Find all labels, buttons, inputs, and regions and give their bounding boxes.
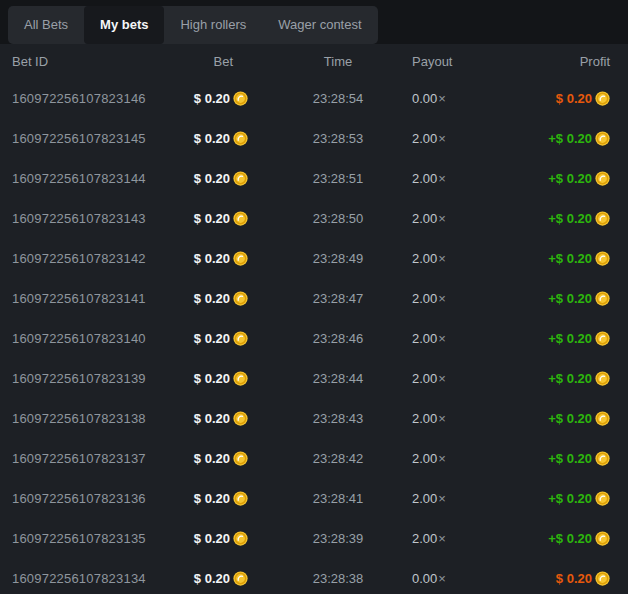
bet-time: 23:28:54 (248, 91, 398, 106)
gold-coin-icon (595, 251, 610, 266)
bets-tabbar: All Bets My bets High rollers Wager cont… (8, 6, 378, 44)
bet-payout: 2.00× (398, 371, 510, 386)
bet-profit: +$ 0.20 (510, 291, 610, 306)
bet-row[interactable]: 160972256107823136 $ 0.20 23:28:41 2.00×… (0, 478, 628, 518)
bet-profit: $ 0.20 (510, 571, 610, 586)
gold-coin-icon (233, 251, 248, 266)
bet-time: 23:28:38 (248, 571, 398, 586)
profit-value: +$ 0.20 (548, 451, 592, 466)
payout-value: 2.00 (412, 371, 437, 386)
bet-row[interactable]: 160972256107823146 $ 0.20 23:28:54 0.00×… (0, 78, 628, 118)
bet-profit: +$ 0.20 (510, 211, 610, 226)
gold-coin-icon (233, 411, 248, 426)
bet-row[interactable]: 160972256107823134 $ 0.20 23:28:38 0.00×… (0, 558, 628, 594)
bet-amount: $ 0.20 (190, 451, 248, 466)
bet-id: 160972256107823146 (12, 91, 190, 106)
payout-multiplier-symbol: × (438, 211, 446, 226)
bet-profit: $ 0.20 (510, 91, 610, 106)
table-header: Bet ID Bet Time Payout Profit (0, 44, 628, 78)
tab-high-rollers[interactable]: High rollers (164, 6, 262, 44)
payout-value: 0.00 (412, 91, 437, 106)
payout-value: 2.00 (412, 331, 437, 346)
bet-amount-value: $ 0.20 (194, 451, 230, 466)
bet-time: 23:28:44 (248, 371, 398, 386)
bet-row[interactable]: 160972256107823141 $ 0.20 23:28:47 2.00×… (0, 278, 628, 318)
bet-id: 160972256107823144 (12, 171, 190, 186)
bet-amount-value: $ 0.20 (194, 371, 230, 386)
payout-value: 2.00 (412, 451, 437, 466)
bet-amount: $ 0.20 (190, 131, 248, 146)
bet-payout: 2.00× (398, 531, 510, 546)
bet-time: 23:28:46 (248, 331, 398, 346)
payout-multiplier-symbol: × (438, 131, 446, 146)
column-header-profit: Profit (510, 54, 610, 69)
gold-coin-icon (233, 211, 248, 226)
bet-row[interactable]: 160972256107823145 $ 0.20 23:28:53 2.00×… (0, 118, 628, 158)
gold-coin-icon (595, 371, 610, 386)
tab-my-bets[interactable]: My bets (84, 6, 164, 44)
bet-time: 23:28:39 (248, 531, 398, 546)
bet-row[interactable]: 160972256107823143 $ 0.20 23:28:50 2.00×… (0, 198, 628, 238)
tab-wager-contest[interactable]: Wager contest (262, 6, 377, 44)
payout-multiplier-symbol: × (438, 291, 446, 306)
payout-value: 0.00 (412, 571, 437, 586)
gold-coin-icon (595, 451, 610, 466)
bet-profit: +$ 0.20 (510, 371, 610, 386)
payout-value: 2.00 (412, 491, 437, 506)
bet-amount-value: $ 0.20 (194, 211, 230, 226)
column-header-time: Time (248, 54, 398, 69)
bet-profit: +$ 0.20 (510, 411, 610, 426)
bet-id: 160972256107823143 (12, 211, 190, 226)
bet-profit: +$ 0.20 (510, 251, 610, 266)
bet-id: 160972256107823136 (12, 491, 190, 506)
bet-id: 160972256107823139 (12, 371, 190, 386)
bet-payout: 2.00× (398, 131, 510, 146)
bet-row[interactable]: 160972256107823135 $ 0.20 23:28:39 2.00×… (0, 518, 628, 558)
gold-coin-icon (595, 491, 610, 506)
bet-row[interactable]: 160972256107823144 $ 0.20 23:28:51 2.00×… (0, 158, 628, 198)
profit-value: +$ 0.20 (548, 251, 592, 266)
bet-time: 23:28:43 (248, 411, 398, 426)
bets-table: Bet ID Bet Time Payout Profit 1609722561… (0, 44, 628, 594)
bet-amount-value: $ 0.20 (194, 491, 230, 506)
bet-amount: $ 0.20 (190, 211, 248, 226)
bet-id: 160972256107823137 (12, 451, 190, 466)
payout-value: 2.00 (412, 251, 437, 266)
bet-amount-value: $ 0.20 (194, 411, 230, 426)
gold-coin-icon (233, 371, 248, 386)
gold-coin-icon (233, 531, 248, 546)
bet-amount-value: $ 0.20 (194, 91, 230, 106)
bet-amount: $ 0.20 (190, 571, 248, 586)
bet-row[interactable]: 160972256107823140 $ 0.20 23:28:46 2.00×… (0, 318, 628, 358)
column-header-bet: Bet (190, 54, 248, 69)
profit-value: +$ 0.20 (548, 491, 592, 506)
payout-multiplier-symbol: × (438, 451, 446, 466)
bet-id: 160972256107823140 (12, 331, 190, 346)
payout-value: 2.00 (412, 291, 437, 306)
bet-amount: $ 0.20 (190, 411, 248, 426)
profit-value: $ 0.20 (556, 571, 592, 586)
bet-payout: 2.00× (398, 411, 510, 426)
bet-time: 23:28:42 (248, 451, 398, 466)
bet-row[interactable]: 160972256107823137 $ 0.20 23:28:42 2.00×… (0, 438, 628, 478)
bet-amount-value: $ 0.20 (194, 171, 230, 186)
bet-profit: +$ 0.20 (510, 531, 610, 546)
gold-coin-icon (233, 451, 248, 466)
bet-row[interactable]: 160972256107823138 $ 0.20 23:28:43 2.00×… (0, 398, 628, 438)
gold-coin-icon (595, 331, 610, 346)
bet-payout: 2.00× (398, 251, 510, 266)
gold-coin-icon (595, 571, 610, 586)
profit-value: +$ 0.20 (548, 211, 592, 226)
bet-payout: 2.00× (398, 451, 510, 466)
gold-coin-icon (595, 411, 610, 426)
gold-coin-icon (233, 331, 248, 346)
bet-row[interactable]: 160972256107823139 $ 0.20 23:28:44 2.00×… (0, 358, 628, 398)
table-body: 160972256107823146 $ 0.20 23:28:54 0.00×… (0, 78, 628, 594)
tab-all-bets[interactable]: All Bets (8, 6, 84, 44)
payout-multiplier-symbol: × (438, 91, 446, 106)
bet-payout: 2.00× (398, 331, 510, 346)
payout-value: 2.00 (412, 131, 437, 146)
bet-row[interactable]: 160972256107823142 $ 0.20 23:28:49 2.00×… (0, 238, 628, 278)
gold-coin-icon (595, 131, 610, 146)
gold-coin-icon (595, 171, 610, 186)
